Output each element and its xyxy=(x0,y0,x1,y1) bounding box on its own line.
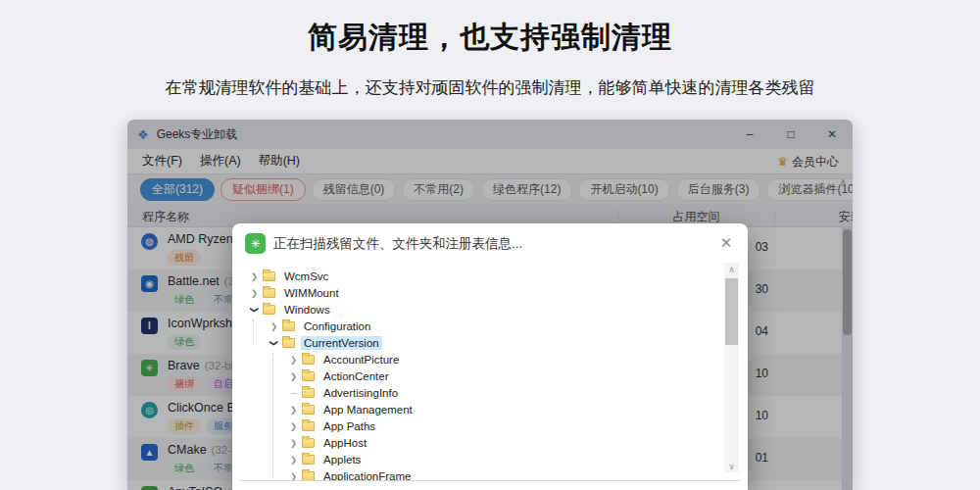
tree-bottom-divider xyxy=(240,480,740,481)
tree-item-label: Applets xyxy=(320,453,364,466)
tree-item[interactable]: ❯CurrentVersion xyxy=(232,334,722,351)
page-subtitle: 在常规清理软件的基础上，还支持对顽固软件的强制清理，能够简单快速的清理各类残留 xyxy=(0,76,980,99)
expand-arrow-icon[interactable]: ❯ xyxy=(250,303,260,316)
folder-icon xyxy=(302,388,315,398)
tree-item[interactable]: ❯Configuration xyxy=(232,318,722,334)
tree-item[interactable]: –AdvertisingInfo xyxy=(232,384,722,401)
tree-guide-line xyxy=(272,353,273,478)
folder-icon xyxy=(263,305,275,315)
tree-item[interactable]: ❯Applets xyxy=(232,451,722,467)
tree-item[interactable]: ❯AppHost xyxy=(232,434,722,451)
collapse-arrow-icon[interactable]: ❯ xyxy=(248,288,261,298)
folder-icon xyxy=(302,355,315,365)
collapse-arrow-icon[interactable]: ❯ xyxy=(287,371,300,381)
collapse-arrow-icon[interactable]: ❯ xyxy=(287,471,300,481)
folder-icon xyxy=(263,271,275,281)
folder-icon xyxy=(282,338,295,348)
folder-icon xyxy=(302,455,315,465)
folder-icon xyxy=(302,371,315,381)
collapse-arrow-icon[interactable]: ❯ xyxy=(248,271,261,281)
collapse-arrow-icon[interactable]: ❯ xyxy=(287,421,300,431)
folder-icon xyxy=(302,438,315,448)
folder-icon xyxy=(302,405,315,415)
tree-item[interactable]: ❯ActionCenter xyxy=(232,368,722,384)
page-title: 简易清理，也支持强制清理 xyxy=(0,18,980,58)
collapse-arrow-icon[interactable]: ❯ xyxy=(287,355,300,365)
tree-item-label: Windows xyxy=(281,303,333,317)
collapse-arrow-icon[interactable]: ❯ xyxy=(287,455,300,465)
tree-item-label: WIMMount xyxy=(281,286,342,300)
tree-item-label: AccountPicture xyxy=(320,353,402,367)
tree-item-label: ApplicationFrame xyxy=(320,469,414,481)
tree-item[interactable]: ❯ApplicationFrame xyxy=(232,467,722,480)
tree-item[interactable]: ❯WIMMount xyxy=(232,284,722,301)
tree-scroll-up-icon[interactable]: ∧ xyxy=(724,263,739,275)
folder-icon xyxy=(302,471,315,481)
tree-item-label: AppHost xyxy=(320,436,369,450)
tree-item-label: AdvertisingInfo xyxy=(320,386,401,400)
collapse-arrow-icon[interactable]: ❯ xyxy=(287,438,300,448)
tree-item-label: CurrentVersion xyxy=(301,336,382,350)
scan-dialog: ✳ 正在扫描残留文件、文件夹和注册表信息... ✕ ❯WcmSvc❯WIMMou… xyxy=(232,223,748,490)
tree-item[interactable]: ❯App Paths xyxy=(232,417,722,434)
scan-dialog-title: 正在扫描残留文件、文件夹和注册表信息... xyxy=(273,235,522,253)
tree-scroll-down-icon[interactable]: ∨ xyxy=(724,460,739,472)
tree-scrollbar[interactable]: ∧ ∨ xyxy=(724,263,739,472)
scan-app-icon: ✳ xyxy=(245,233,266,254)
tree-item[interactable]: ❯AccountPicture xyxy=(232,351,722,368)
page: 简易清理，也支持强制清理 在常规清理软件的基础上，还支持对顽固软件的强制清理，能… xyxy=(0,0,980,490)
tree-item-label: Configuration xyxy=(301,319,373,333)
tree-item-label: App Management xyxy=(320,403,416,416)
tree-scrollbar-thumb[interactable] xyxy=(725,278,738,345)
folder-icon xyxy=(282,321,295,331)
scan-dialog-header: ✳ 正在扫描残留文件、文件夹和注册表信息... ✕ xyxy=(232,223,748,263)
folder-icon xyxy=(263,288,275,298)
tree-item-label: WcmSvc xyxy=(281,270,331,283)
tree-item-label: ActionCenter xyxy=(320,369,391,383)
tree-item[interactable]: ❯Windows xyxy=(232,301,722,318)
tree-item-label: App Paths xyxy=(320,419,378,433)
dialog-close-icon[interactable]: ✕ xyxy=(715,232,737,254)
registry-tree: ❯WcmSvc❯WIMMount❯Windows❯Configuration❯C… xyxy=(232,263,722,480)
leaf-dash-icon[interactable]: – xyxy=(287,388,300,398)
collapse-arrow-icon[interactable]: ❯ xyxy=(268,321,280,331)
folder-icon xyxy=(302,421,315,431)
collapse-arrow-icon[interactable]: ❯ xyxy=(287,405,300,415)
tree-guide-line xyxy=(253,319,254,345)
expand-arrow-icon[interactable]: ❯ xyxy=(270,336,279,349)
tree-item[interactable]: ❯WcmSvc xyxy=(232,268,722,284)
tree-item[interactable]: ❯App Management xyxy=(232,401,722,417)
